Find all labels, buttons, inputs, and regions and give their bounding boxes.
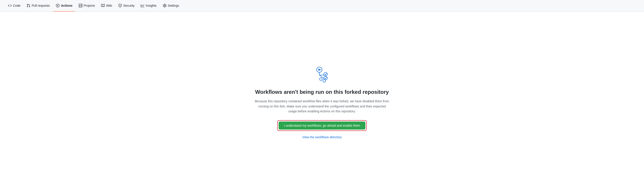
main-content: Workflows aren't being run on this forke…: [0, 12, 644, 193]
nav-item-wiki[interactable]: Wiki: [98, 0, 114, 12]
nav-label-settings: Settings: [168, 4, 179, 7]
nav-label-projects: Projects: [84, 4, 95, 7]
actions-icon: [56, 4, 60, 7]
nav-label-pull-requests: Pull requests: [32, 4, 50, 7]
workflow-illustration: [313, 66, 331, 84]
nav-bar: Code Pull requests Actions Projects: [0, 0, 644, 12]
security-icon: [118, 4, 122, 7]
svg-point-5: [324, 72, 327, 76]
nav-item-security[interactable]: Security: [116, 0, 138, 12]
svg-point-8: [323, 80, 326, 82]
settings-icon: [163, 4, 166, 7]
page-heading: Workflows aren't being run on this forke…: [255, 89, 389, 95]
projects-icon: [79, 4, 82, 7]
nav-item-code[interactable]: Code: [5, 0, 23, 12]
svg-point-7: [320, 78, 322, 80]
wiki-icon: [101, 4, 105, 7]
svg-marker-1: [318, 69, 321, 71]
nav-item-settings[interactable]: Settings: [160, 0, 182, 12]
enable-workflows-button[interactable]: I understand my workflows, go ahead and …: [278, 122, 366, 130]
nav-label-actions: Actions: [61, 4, 72, 7]
nav-label-insights: Insights: [146, 4, 156, 7]
nav-item-actions[interactable]: Actions: [53, 0, 75, 12]
nav-label-wiki: Wiki: [106, 4, 112, 7]
nav-label-code: Code: [13, 4, 20, 7]
view-workflows-link[interactable]: View the workflows directory: [302, 135, 342, 139]
nav-item-pull-requests[interactable]: Pull requests: [24, 0, 52, 12]
page-description: Because this repository contained workfl…: [255, 99, 389, 114]
nav-item-insights[interactable]: Insights: [138, 0, 159, 12]
nav-item-projects[interactable]: Projects: [76, 0, 98, 12]
nav-label-security: Security: [123, 4, 135, 7]
code-icon: [8, 4, 12, 7]
enable-button-wrapper: I understand my workflows, go ahead and …: [277, 120, 367, 131]
pull-request-icon: [27, 4, 30, 7]
insights-icon: [141, 4, 144, 7]
